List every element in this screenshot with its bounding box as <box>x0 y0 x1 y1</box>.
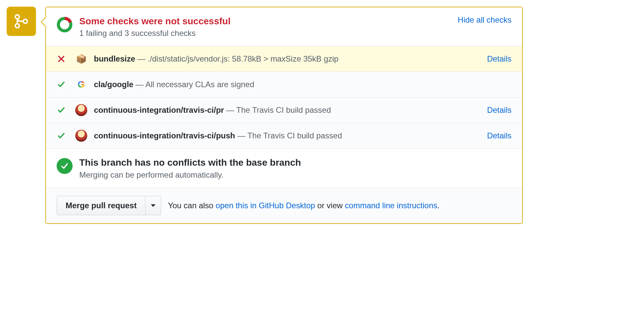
check-details-link[interactable]: Details <box>487 54 511 64</box>
check-name: cla/google <box>94 80 134 89</box>
checks-header: Some checks were not successful 1 failin… <box>46 7 522 46</box>
check-details-link[interactable]: Details <box>487 131 511 140</box>
merge-status-title: This branch has no conflicts with the ba… <box>79 157 511 169</box>
merge-panel: Some checks were not successful 1 failin… <box>45 7 523 224</box>
check-row: Gcla/google — All necessary CLAs are sig… <box>46 72 522 97</box>
checks-subtitle: 1 failing and 3 successful checks <box>79 29 453 38</box>
check-name: continuous-integration/travis-ci/pr <box>94 105 224 114</box>
check-row: 📦bundlesize — ./dist/static/js/vendor.js… <box>46 46 522 72</box>
check-text: bundlesize — ./dist/static/js/vendor.js:… <box>94 54 482 64</box>
merge-pull-request-button[interactable]: Merge pull request <box>57 196 146 215</box>
svg-point-1 <box>15 24 19 28</box>
footer-text-prefix: You can also <box>168 201 215 210</box>
check-name: continuous-integration/travis-ci/push <box>94 131 235 140</box>
check-message: The Travis CI build passed <box>247 131 342 140</box>
command-line-instructions-link[interactable]: command line instructions <box>345 201 437 210</box>
google-icon: G <box>75 79 87 90</box>
check-message: ./dist/static/js/vendor.js: 58.78kB > ma… <box>148 54 338 63</box>
success-check-icon <box>57 158 73 174</box>
check-message: All necessary CLAs are signed <box>146 80 254 89</box>
x-icon <box>57 55 66 63</box>
check-details-link[interactable]: Details <box>487 105 511 115</box>
merge-dropdown-button[interactable] <box>146 196 161 215</box>
check-message: The Travis CI build passed <box>236 105 331 114</box>
hide-checks-link[interactable]: Hide all checks <box>458 15 511 25</box>
check-text: continuous-integration/travis-ci/pr — Th… <box>94 105 482 115</box>
check-text: continuous-integration/travis-ci/push — … <box>94 131 482 140</box>
check-row: continuous-integration/travis-ci/pr — Th… <box>46 97 522 123</box>
check-name: bundlesize <box>94 54 135 63</box>
travis-icon <box>75 130 87 142</box>
check-icon <box>57 132 66 140</box>
check-text: cla/google — All necessary CLAs are sign… <box>94 80 511 89</box>
open-github-desktop-link[interactable]: open this in GitHub Desktop <box>216 201 315 210</box>
svg-point-2 <box>23 19 27 23</box>
status-donut-icon <box>57 17 73 33</box>
merge-status-badge <box>7 7 36 36</box>
chevron-down-icon <box>151 204 156 207</box>
check-icon <box>57 106 66 114</box>
merge-footer-text: You can also open this in GitHub Desktop… <box>168 201 440 210</box>
footer-text-middle: or view <box>315 201 345 210</box>
package-icon: 📦 <box>75 53 87 65</box>
svg-point-0 <box>15 15 19 19</box>
checks-title: Some checks were not successful <box>79 15 453 27</box>
merge-footer: Merge pull request You can also open thi… <box>46 188 522 223</box>
merge-conflict-status: This branch has no conflicts with the ba… <box>46 149 522 188</box>
merge-button-group: Merge pull request <box>57 196 161 215</box>
check-icon <box>57 81 66 88</box>
git-merge-icon <box>13 13 29 29</box>
check-row: continuous-integration/travis-ci/push — … <box>46 123 522 149</box>
travis-icon <box>75 104 87 116</box>
footer-text-suffix: . <box>437 201 440 210</box>
merge-status-subtitle: Merging can be performed automatically. <box>79 170 511 180</box>
